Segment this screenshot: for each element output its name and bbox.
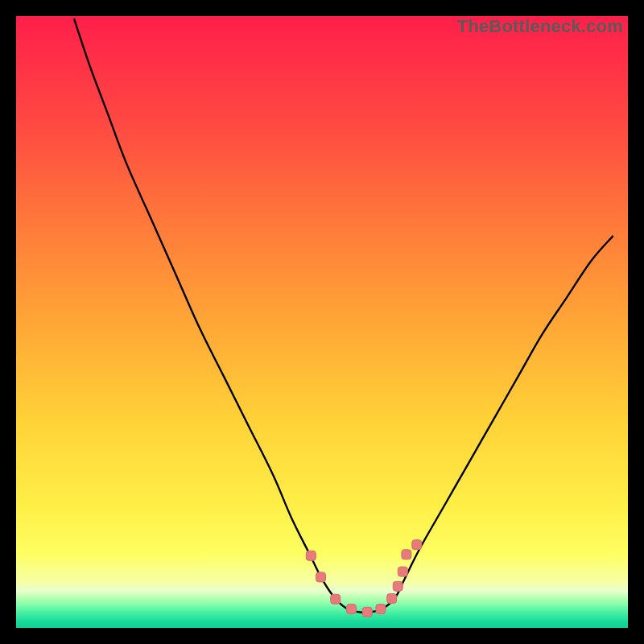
marker-point (412, 540, 422, 550)
watermark-label: TheBottleneck.com (457, 16, 623, 37)
marker-point (398, 567, 407, 576)
marker-point (346, 604, 356, 613)
marker-point (362, 607, 372, 617)
marker-point (306, 551, 316, 560)
plot-area: TheBottleneck.com (16, 16, 628, 628)
marker-point (402, 550, 411, 559)
marker-point (393, 581, 402, 591)
marker-point (331, 594, 341, 604)
marker-point (376, 604, 386, 613)
curve-group (74, 19, 613, 613)
marker-point (387, 594, 397, 604)
bottleneck-chart-svg (16, 16, 628, 628)
bottleneck-curve (74, 19, 613, 613)
marker-point (316, 572, 325, 582)
